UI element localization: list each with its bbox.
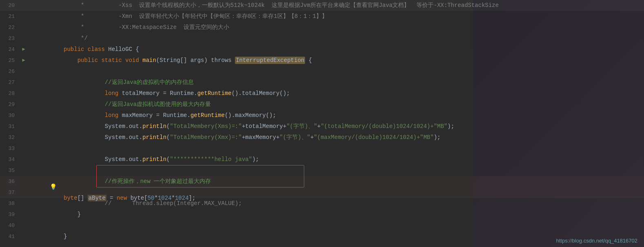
line-arrow: ▶ (20, 44, 28, 55)
code-line-41: 41 } (0, 231, 644, 242)
line-number: 22 (0, 22, 20, 33)
line-number: 29 (0, 99, 20, 110)
line-number: 20 (0, 0, 20, 11)
code-line-25: 25 ▶ public static void main(String[] ar… (0, 55, 644, 66)
watermark-url: https://blog.csdn.net/qq_41816702 (556, 238, 638, 244)
line-number: 24 (0, 44, 20, 55)
line-number: 40 (0, 220, 20, 231)
line-content: } (28, 220, 644, 247)
line-number: 27 (0, 77, 20, 88)
line-number: 21 (0, 11, 20, 22)
code-editor: 20 * -Xss 设置单个线程栈的大小，一般默认为512k~1024k 这里是… (0, 0, 644, 247)
code-line-39: 39 } (0, 209, 644, 220)
line-number: 37 (0, 187, 20, 198)
line-number: 32 (0, 132, 20, 143)
line-number: 31 (0, 121, 20, 132)
line-number: 41 (0, 231, 20, 242)
line-arrow: ▶ (20, 55, 28, 66)
line-number: 33 (0, 143, 20, 154)
code-line-32: 32 System.out.println("TotalMembery(Xmx)… (0, 132, 644, 143)
line-number: 30 (0, 110, 20, 121)
line-number: 38 (0, 198, 20, 209)
code-line-34: 34 System.out.println("************hello… (0, 154, 644, 165)
line-number: 36 (0, 176, 20, 187)
line-number: 25 (0, 55, 20, 66)
line-number: 34 (0, 154, 20, 165)
line-number: 28 (0, 88, 20, 99)
line-number: 39 (0, 209, 20, 220)
line-number: 35 (0, 165, 20, 176)
line-number: 26 (0, 66, 20, 77)
line-number: 23 (0, 33, 20, 44)
